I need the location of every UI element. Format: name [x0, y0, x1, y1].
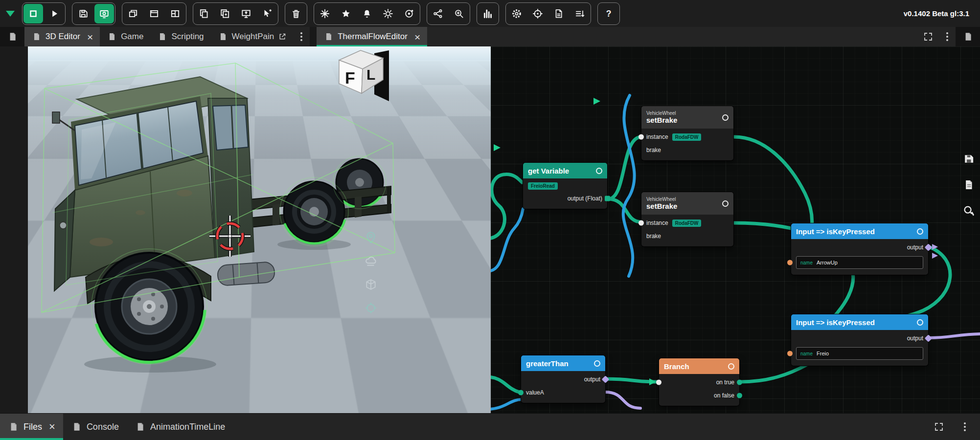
node-graph-button[interactable] — [428, 4, 448, 23]
node-header[interactable]: greaterThan — [521, 355, 605, 371]
bell-button[interactable] — [357, 4, 377, 23]
save-button[interactable] — [73, 4, 93, 23]
fuel-tank — [217, 262, 275, 286]
node-header[interactable]: VehicleWheel setBrake — [641, 106, 733, 129]
help-button[interactable]: ? — [599, 4, 618, 23]
node-header[interactable]: Input => isKeyPressed — [791, 223, 928, 239]
external-link-icon[interactable] — [278, 33, 286, 41]
node-get-variable[interactable]: get Variable FreioRead output (Float) — [523, 163, 607, 209]
node-settings-icon[interactable] — [722, 200, 729, 207]
tab-game[interactable]: Game — [100, 27, 150, 46]
tab-thermalfloweditor[interactable]: ThermalFlowEditor × — [317, 27, 427, 46]
input-port[interactable] — [787, 260, 793, 265]
node-header[interactable]: Input => isKeyPressed — [791, 314, 928, 330]
window-new-button[interactable] — [144, 4, 164, 23]
node-settings-icon[interactable] — [917, 228, 923, 235]
pin-icon[interactable] — [365, 231, 377, 244]
node-settings-icon[interactable] — [722, 114, 729, 121]
window-split-button[interactable] — [165, 4, 185, 23]
tab-3d-editor[interactable]: 3D Editor × — [24, 27, 100, 46]
crosshair-icon[interactable] — [365, 302, 377, 314]
node-editor-canvas[interactable]: get Variable FreioRead output (Float) Ve… — [491, 46, 980, 413]
window-restore-button[interactable] — [123, 4, 143, 23]
close-icon[interactable]: × — [49, 421, 55, 432]
tab-overflow-menu-button[interactable] — [293, 27, 310, 46]
tab-weightpain[interactable]: WeightPain — [211, 27, 294, 46]
bottom-tab-animationtimeline[interactable]: AnimationTimeLine — [127, 414, 233, 440]
scene-overlay: F L — [28, 46, 491, 413]
cursor-add-icon — [262, 8, 273, 19]
input-port[interactable] — [787, 351, 793, 356]
name-field[interactable]: name ArrowUp — [796, 256, 923, 269]
tab-corner-left-button[interactable] — [0, 27, 24, 46]
input-port[interactable] — [638, 220, 644, 226]
list-sort-button[interactable] — [570, 4, 590, 23]
screen-share-button[interactable] — [236, 4, 256, 23]
clouds-icon[interactable] — [365, 255, 377, 267]
tab-corner-right-button[interactable] — [956, 27, 980, 46]
target-button[interactable] — [528, 4, 547, 23]
preview-button[interactable] — [94, 4, 114, 23]
output-port[interactable] — [737, 393, 742, 398]
viewport-side-tools — [365, 231, 377, 314]
expand-panel-button[interactable] — [928, 422, 950, 432]
node-settings-icon[interactable] — [917, 319, 923, 326]
sun-button[interactable] — [378, 4, 398, 23]
bottom-tab-files[interactable]: Files × — [0, 414, 63, 440]
node-iskeypressed-1[interactable]: Input => isKeyPressed output name ArrowU… — [791, 223, 928, 275]
panel-menu-button[interactable] — [957, 421, 973, 432]
input-port[interactable] — [656, 380, 661, 385]
input-port[interactable] — [638, 134, 644, 140]
name-field[interactable]: name Freio — [796, 347, 923, 360]
tab-scripting[interactable]: Scripting — [150, 27, 210, 46]
instance-row: instance RodaFDW — [646, 132, 729, 141]
delete-button[interactable] — [286, 4, 306, 23]
document-icon — [107, 32, 116, 42]
node-header[interactable]: Branch — [659, 358, 739, 374]
viewport-3d[interactable]: F L — [28, 46, 491, 413]
bottom-tab-console[interactable]: Console — [63, 414, 127, 440]
graph-save-button[interactable] — [960, 150, 978, 168]
panel-menu-button[interactable] — [939, 27, 956, 46]
node-greaterthan[interactable]: greaterThan output valueA — [521, 355, 605, 403]
expand-panel-button[interactable] — [917, 27, 939, 46]
bar-chart-button[interactable] — [478, 4, 498, 23]
node-settings-icon[interactable] — [596, 168, 602, 174]
graph-zoom-button[interactable] — [960, 202, 978, 220]
node-settings-icon[interactable] — [594, 360, 600, 367]
graph-document-button[interactable] — [960, 176, 978, 194]
zoom-in-button[interactable] — [449, 4, 469, 23]
settings-button[interactable] — [507, 4, 526, 23]
node-header[interactable]: VehicleWheel setBrake — [641, 192, 733, 215]
burst-button[interactable] — [315, 4, 335, 23]
dropdown-arrow-icon[interactable] — [6, 11, 15, 17]
node-setbrake-1[interactable]: VehicleWheel setBrake instance RodaFDW b… — [641, 106, 733, 160]
output-row: output — [796, 334, 923, 343]
main-toolbar: ? v0.1402 Beta gl:3.1 — [0, 0, 980, 27]
duplicate-add-button[interactable] — [215, 4, 235, 23]
cursor-add-button[interactable] — [257, 4, 277, 23]
node-header[interactable]: get Variable — [523, 163, 607, 178]
target-icon — [532, 8, 543, 19]
cube-grid-icon[interactable] — [365, 278, 377, 291]
document-icon — [71, 421, 82, 432]
stop-button[interactable] — [23, 4, 43, 23]
document-button[interactable] — [549, 4, 569, 23]
output-port[interactable] — [737, 380, 742, 385]
node-settings-icon[interactable] — [728, 363, 734, 370]
node-branch[interactable]: Branch on true on false — [659, 358, 739, 406]
play-button[interactable] — [45, 4, 64, 23]
input-port[interactable] — [518, 390, 524, 396]
star-button[interactable] — [336, 4, 356, 23]
close-icon[interactable]: × — [414, 32, 420, 42]
node-setbrake-2[interactable]: VehicleWheel setBrake instance RodaFDW b… — [641, 192, 733, 246]
view-cube[interactable]: F L — [339, 50, 389, 101]
output-port[interactable] — [605, 196, 610, 201]
copy-button[interactable] — [194, 4, 214, 23]
node-iskeypressed-2[interactable]: Input => isKeyPressed output name Freio — [791, 314, 928, 366]
tab-pane-divider — [310, 27, 317, 46]
orbit-button[interactable] — [399, 4, 419, 23]
truck-model[interactable] — [42, 63, 395, 373]
close-icon[interactable]: × — [87, 32, 93, 42]
port-label: valueA — [526, 389, 544, 396]
